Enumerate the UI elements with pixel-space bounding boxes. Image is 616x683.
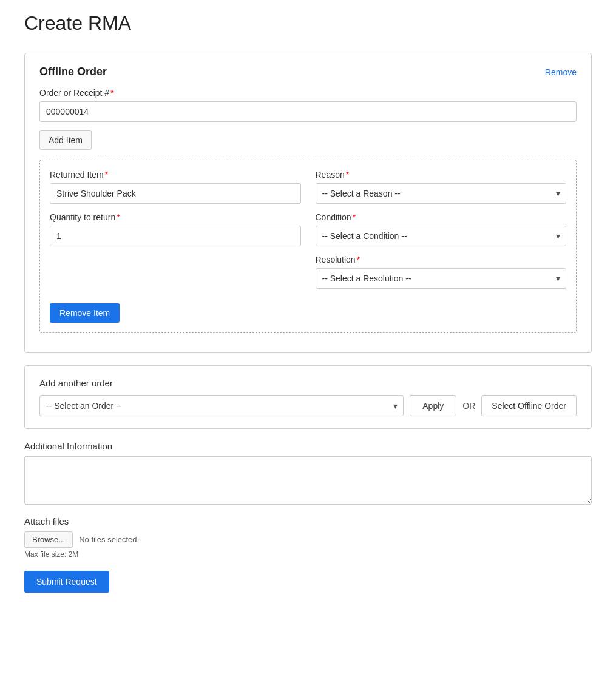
remove-link[interactable]: Remove [545,67,577,77]
reason-select[interactable]: -- Select a Reason -- [316,183,567,204]
remove-item-button[interactable]: Remove Item [50,303,120,323]
returned-item-field: Returned Item* [50,170,301,204]
additional-info-section: Additional Information [24,441,592,506]
returned-item-label: Returned Item* [50,170,301,180]
submit-request-button[interactable]: Submit Request [24,571,109,593]
quantity-field: Quantity to return* [50,212,301,246]
order-receipt-input[interactable] [39,101,577,122]
resolution-label: Resolution* [316,255,567,264]
select-offline-order-button[interactable]: Select Offline Order [481,395,577,416]
resolution-field: Resolution* -- Select a Resolution -- [316,255,567,289]
quantity-label: Quantity to return* [50,212,301,222]
order-row: -- Select an Order -- Apply OR Select Of… [39,395,577,416]
add-order-title: Add another order [39,378,577,388]
item-grid: Returned Item* Quantity to return* Reaso… [50,170,566,297]
card-title: Offline Order [39,66,107,78]
order-receipt-field: Order or Receipt #* [39,88,577,122]
order-receipt-label: Order or Receipt #* [39,88,577,98]
attach-files-section: Attach files Browse... No files selected… [24,516,592,559]
resolution-select-wrapper: -- Select a Resolution -- [316,268,567,289]
order-select[interactable]: -- Select an Order -- [39,395,404,416]
page-title: Create RMA [24,12,592,35]
condition-select[interactable]: -- Select a Condition -- [316,226,567,246]
file-input-row: Browse... No files selected. [24,531,592,548]
card-header: Offline Order Remove [39,66,577,78]
additional-info-title: Additional Information [24,441,592,451]
item-col-right: Reason* -- Select a Reason -- Condition* [316,170,567,297]
resolution-select[interactable]: -- Select a Resolution -- [316,268,567,289]
or-text: OR [462,401,475,411]
add-another-order-card: Add another order -- Select an Order -- … [24,365,592,429]
condition-select-wrapper: -- Select a Condition -- [316,226,567,246]
reason-select-wrapper: -- Select a Reason -- [316,183,567,204]
add-item-button[interactable]: Add Item [39,130,92,150]
item-box: Returned Item* Quantity to return* Reaso… [39,160,577,333]
condition-label: Condition* [316,212,567,222]
additional-info-textarea[interactable] [24,456,592,505]
offline-order-card: Offline Order Remove Order or Receipt #*… [24,53,592,353]
returned-item-input[interactable] [50,183,301,204]
condition-field: Condition* -- Select a Condition -- [316,212,567,246]
browse-button[interactable]: Browse... [24,531,73,548]
order-select-wrapper: -- Select an Order -- [39,395,404,416]
max-file-text: Max file size: 2M [24,550,592,559]
item-col-left: Returned Item* Quantity to return* [50,170,301,297]
reason-field: Reason* -- Select a Reason -- [316,170,567,204]
reason-label: Reason* [316,170,567,180]
apply-button[interactable]: Apply [410,395,456,416]
no-files-text: No files selected. [79,535,139,544]
attach-files-title: Attach files [24,516,592,527]
quantity-input[interactable] [50,226,301,246]
